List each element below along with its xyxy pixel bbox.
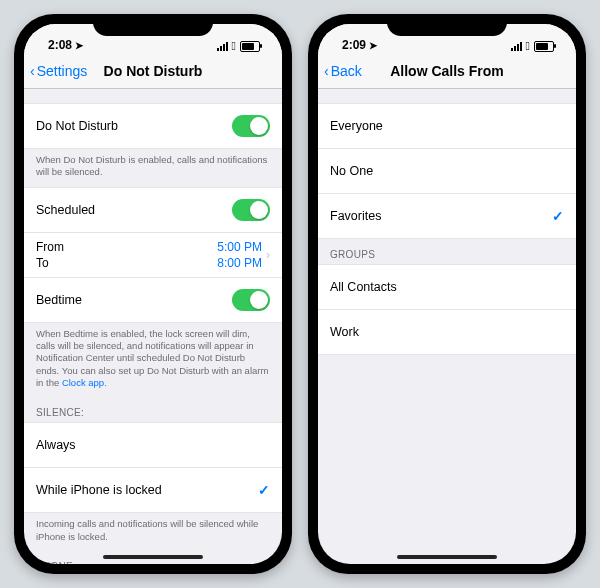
status-time: 2:08 (48, 38, 72, 52)
status-time: 2:09 (342, 38, 366, 52)
stage: 2:08 ➤ 􀙇 ‹ Settings Do Not Disturb (0, 0, 600, 588)
checkmark-icon: ✓ (258, 482, 270, 498)
group-work[interactable]: Work (318, 310, 576, 355)
battery-icon (240, 41, 260, 52)
location-icon: ➤ (369, 40, 377, 51)
option-label: No One (330, 164, 564, 178)
always-row[interactable]: Always (24, 422, 282, 468)
clock-app-link[interactable]: Clock app (62, 377, 104, 388)
location-icon: ➤ (75, 40, 83, 51)
to-label: To (36, 256, 49, 270)
notch (387, 14, 507, 36)
groups-header: GROUPS (318, 239, 576, 264)
group-label: Work (330, 325, 564, 339)
bedtime-toggle[interactable] (232, 289, 270, 311)
back-button[interactable]: ‹ Back (324, 63, 362, 79)
schedule-time-row[interactable]: From 5:00 PM To 8:00 PM › (24, 233, 282, 278)
bedtime-label: Bedtime (36, 293, 232, 307)
back-label: Back (331, 63, 362, 79)
content-left: Do Not Disturb When Do Not Disturb is en… (24, 89, 282, 564)
battery-icon (534, 41, 554, 52)
group-label: All Contacts (330, 280, 564, 294)
from-label: From (36, 240, 64, 254)
wifi-icon: 􀙇 (526, 42, 530, 51)
signal-icon (217, 42, 228, 51)
group-all-contacts[interactable]: All Contacts (318, 264, 576, 310)
screen-left: 2:08 ➤ 􀙇 ‹ Settings Do Not Disturb (24, 24, 282, 564)
option-no-one[interactable]: No One (318, 149, 576, 194)
home-indicator[interactable] (103, 555, 203, 559)
wifi-icon: 􀙇 (232, 42, 236, 51)
bedtime-row[interactable]: Bedtime (24, 278, 282, 323)
always-label: Always (36, 438, 270, 452)
content-right: Everyone No One Favorites ✓ GROUPS All C… (318, 89, 576, 564)
option-label: Favorites (330, 209, 552, 223)
option-label: Everyone (330, 119, 564, 133)
scheduled-row[interactable]: Scheduled (24, 187, 282, 233)
home-indicator[interactable] (397, 555, 497, 559)
nav-bar: ‹ Settings Do Not Disturb (24, 54, 282, 89)
locked-label: While iPhone is locked (36, 483, 258, 497)
chevron-left-icon: ‹ (30, 63, 35, 79)
from-value: 5:00 PM (217, 240, 262, 254)
dnd-toggle[interactable] (232, 115, 270, 137)
option-favorites[interactable]: Favorites ✓ (318, 194, 576, 239)
scheduled-label: Scheduled (36, 203, 232, 217)
option-everyone[interactable]: Everyone (318, 103, 576, 149)
phone-right: 2:09 ➤ 􀙇 ‹ Back Allow Calls From (308, 14, 586, 574)
signal-icon (511, 42, 522, 51)
dnd-row[interactable]: Do Not Disturb (24, 103, 282, 149)
checkmark-icon: ✓ (552, 208, 564, 224)
scheduled-toggle[interactable] (232, 199, 270, 221)
to-value: 8:00 PM (217, 256, 262, 270)
dnd-label: Do Not Disturb (36, 119, 232, 133)
dnd-footer: When Do Not Disturb is enabled, calls an… (24, 149, 282, 187)
nav-bar: ‹ Back Allow Calls From (318, 54, 576, 89)
bedtime-footer: When Bedtime is enabled, the lock screen… (24, 323, 282, 398)
back-label: Settings (37, 63, 88, 79)
locked-row[interactable]: While iPhone is locked ✓ (24, 468, 282, 513)
silence-header: SILENCE: (24, 397, 282, 422)
screen-right: 2:09 ➤ 􀙇 ‹ Back Allow Calls From (318, 24, 576, 564)
chevron-left-icon: ‹ (324, 63, 329, 79)
notch (93, 14, 213, 36)
phone-left: 2:08 ➤ 􀙇 ‹ Settings Do Not Disturb (14, 14, 292, 574)
chevron-right-icon: › (266, 248, 270, 262)
back-button[interactable]: ‹ Settings (30, 63, 87, 79)
silence-footer: Incoming calls and notifications will be… (24, 513, 282, 551)
